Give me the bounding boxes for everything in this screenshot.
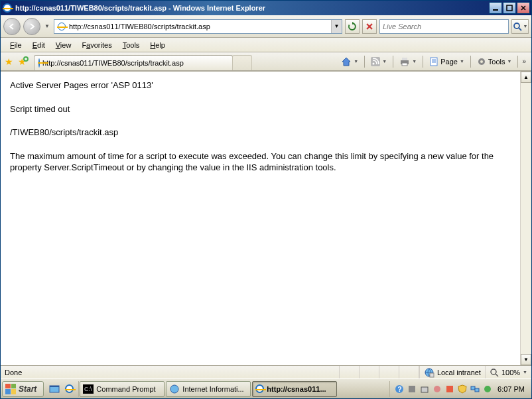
tray-icon[interactable] — [419, 384, 430, 394]
minimize-button[interactable] — [489, 2, 502, 14]
close-button[interactable] — [517, 2, 530, 14]
svg-point-22 — [170, 385, 178, 393]
page-icon — [56, 21, 68, 32]
nav-history-dropdown[interactable]: ▼ — [43, 18, 51, 35]
intranet-icon — [424, 367, 434, 378]
svg-rect-26 — [421, 387, 428, 392]
stop-button[interactable] — [362, 19, 377, 34]
cmd-icon: C:\ — [83, 384, 94, 394]
svg-point-13 — [480, 60, 483, 63]
favorites-center-button[interactable]: ★ — [2, 55, 15, 68]
svg-point-7 — [373, 62, 375, 64]
scroll-down-button[interactable]: ▼ — [521, 354, 531, 365]
menu-favorites[interactable]: Favorites — [76, 40, 117, 50]
svg-text:C:\: C:\ — [84, 386, 92, 392]
add-favorite-button[interactable]: ★ — [17, 55, 30, 68]
page-icon — [429, 57, 438, 66]
new-tab-button[interactable] — [232, 55, 252, 70]
svg-point-2 — [514, 23, 519, 28]
error-title: Script timed out — [10, 103, 511, 115]
search-bar — [379, 19, 509, 34]
search-button[interactable]: ▼ — [511, 19, 529, 34]
statusbar: Done Local intranet 100% ▼ — [1, 365, 531, 378]
menu-help[interactable]: Help — [145, 40, 170, 50]
ie-icon — [2, 3, 13, 13]
shield-tray-icon[interactable] — [457, 384, 468, 394]
command-bar: ▼ ▼ ▼ Page▼ Tools▼ » — [338, 54, 530, 69]
zoom-control[interactable]: 100% ▼ — [485, 366, 531, 378]
menu-edit[interactable]: Edit — [27, 40, 50, 50]
scroll-up-button[interactable]: ▲ — [521, 72, 531, 83]
svg-line-17 — [496, 374, 498, 376]
tray-icon[interactable] — [432, 384, 442, 394]
page-body: Active Server Pages error 'ASP 0113' Scr… — [1, 72, 520, 365]
printer-icon — [399, 57, 410, 66]
svg-text:?: ? — [398, 386, 402, 393]
menu-tools[interactable]: Tools — [117, 40, 145, 50]
svg-point-27 — [434, 386, 440, 392]
security-zone[interactable]: Local intranet — [419, 366, 485, 378]
menu-file[interactable]: File — [5, 40, 27, 50]
svg-rect-11 — [431, 58, 437, 66]
scroll-track[interactable] — [521, 83, 531, 354]
status-text: Done — [1, 366, 340, 378]
clock[interactable]: 6:07 PM — [495, 385, 527, 393]
content-area: Active Server Pages error 'ASP 0113' Scr… — [1, 71, 531, 365]
menubar: File Edit View Favorites Tools Help — [1, 38, 531, 52]
error-heading: Active Server Pages error 'ASP 0113' — [10, 80, 511, 91]
print-button[interactable]: ▼ — [396, 54, 420, 69]
windows-flag-icon — [5, 384, 16, 394]
svg-point-31 — [484, 386, 491, 392]
tray-icon[interactable] — [444, 384, 455, 394]
navbar: ▼ ▼ ▼ — [1, 15, 531, 38]
svg-rect-19 — [50, 386, 59, 387]
tab-page-icon — [38, 59, 40, 67]
tray-icon[interactable] — [482, 384, 493, 394]
ie-window: http://csnas011/TIWEB80/scripts/trackit.… — [0, 0, 532, 399]
maximize-button[interactable] — [503, 2, 516, 14]
svg-point-16 — [491, 369, 496, 374]
tray-icon[interactable] — [407, 384, 417, 394]
address-dropdown[interactable]: ▼ — [331, 20, 342, 33]
rss-icon — [371, 57, 380, 66]
gear-icon — [477, 57, 486, 66]
task-command-prompt[interactable]: C:\ Command Prompt — [80, 381, 165, 397]
system-tray: ? 6:07 PM — [389, 381, 531, 397]
browser-tab[interactable]: http://csnas011/TIWEB80/scripts/trackit.… — [34, 55, 233, 70]
window-title: http://csnas011/TIWEB80/scripts/trackit.… — [15, 4, 488, 12]
tabbar: ★ ★ http://csnas011/TIWEB80/scripts/trac… — [1, 52, 531, 71]
ie-icon — [255, 384, 264, 393]
feeds-button[interactable]: ▼ — [367, 54, 390, 69]
network-tray-icon[interactable] — [470, 384, 480, 394]
forward-button[interactable] — [23, 18, 40, 35]
help-tray-icon[interactable]: ? — [394, 384, 405, 394]
svg-rect-25 — [409, 386, 415, 392]
quick-launch — [45, 381, 79, 397]
tab-title: http://csnas011/TIWEB80/scripts/trackit.… — [42, 59, 228, 67]
zoom-icon — [490, 368, 499, 377]
error-path: /TIWEB80/scripts/trackit.asp — [10, 127, 511, 139]
svg-rect-15 — [430, 373, 434, 377]
command-bar-chevron[interactable]: » — [521, 58, 527, 65]
show-desktop-button[interactable] — [48, 382, 61, 396]
page-menu-button[interactable]: Page▼ — [426, 54, 468, 69]
ie-quicklaunch-button[interactable] — [62, 382, 76, 396]
iis-icon — [169, 384, 180, 394]
taskbar: Start C:\ Command Prompt Internet Inform… — [1, 378, 531, 398]
refresh-button[interactable] — [345, 19, 360, 34]
vertical-scrollbar[interactable]: ▲ ▼ — [520, 72, 531, 365]
start-button[interactable]: Start — [2, 381, 44, 397]
svg-rect-1 — [507, 5, 512, 11]
back-button[interactable] — [3, 18, 21, 35]
svg-rect-29 — [471, 386, 475, 390]
titlebar: http://csnas011/TIWEB80/scripts/trackit.… — [1, 1, 531, 15]
error-description: The maximum amount of time for a script … — [10, 150, 511, 174]
address-bar: ▼ — [54, 19, 342, 34]
menu-view[interactable]: View — [50, 40, 77, 50]
home-button[interactable]: ▼ — [338, 54, 362, 69]
search-input[interactable] — [380, 21, 508, 32]
address-input[interactable] — [69, 21, 331, 32]
task-ie-active[interactable]: http://csnas011... — [252, 381, 337, 397]
tools-menu-button[interactable]: Tools▼ — [474, 54, 515, 69]
task-iis[interactable]: Internet Informati... — [166, 381, 251, 397]
